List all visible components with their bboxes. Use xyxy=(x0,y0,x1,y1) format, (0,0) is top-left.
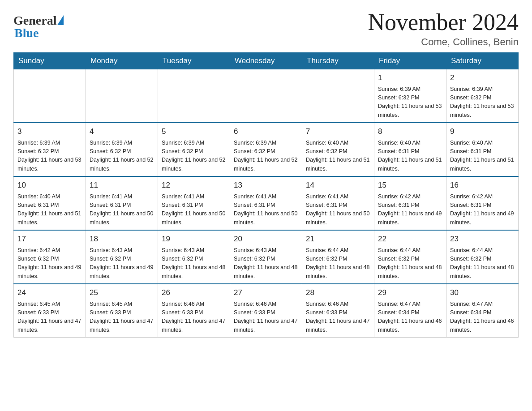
calendar-week-row: 3Sunrise: 6:39 AMSunset: 6:32 PMDaylight… xyxy=(14,123,519,176)
calendar-cell: 22Sunrise: 6:44 AMSunset: 6:32 PMDayligh… xyxy=(374,230,446,284)
day-number: 19 xyxy=(162,233,226,245)
calendar-cell: 17Sunrise: 6:42 AMSunset: 6:32 PMDayligh… xyxy=(14,230,86,284)
calendar-cell: 18Sunrise: 6:43 AMSunset: 6:32 PMDayligh… xyxy=(86,230,158,284)
day-number: 6 xyxy=(234,126,298,137)
day-info: Sunrise: 6:42 AMSunset: 6:31 PMDaylight:… xyxy=(450,193,515,227)
calendar-header-row: SundayMondayTuesdayWednesdayThursdayFrid… xyxy=(14,53,519,69)
day-info: Sunrise: 6:39 AMSunset: 6:32 PMDaylight:… xyxy=(234,139,298,174)
day-number: 28 xyxy=(306,287,370,299)
day-info: Sunrise: 6:40 AMSunset: 6:31 PMDaylight:… xyxy=(378,139,442,174)
day-info: Sunrise: 6:39 AMSunset: 6:32 PMDaylight:… xyxy=(378,85,442,120)
day-info: Sunrise: 6:41 AMSunset: 6:31 PMDaylight:… xyxy=(234,193,298,227)
calendar-cell: 1Sunrise: 6:39 AMSunset: 6:32 PMDaylight… xyxy=(374,69,446,123)
day-info: Sunrise: 6:46 AMSunset: 6:33 PMDaylight:… xyxy=(162,300,226,335)
calendar-cell: 9Sunrise: 6:40 AMSunset: 6:31 PMDaylight… xyxy=(446,123,519,176)
calendar-cell: 26Sunrise: 6:46 AMSunset: 6:33 PMDayligh… xyxy=(158,284,230,338)
column-header-sunday: Sunday xyxy=(14,53,86,69)
column-header-wednesday: Wednesday xyxy=(230,53,302,69)
calendar-table: SundayMondayTuesdayWednesdayThursdayFrid… xyxy=(13,52,519,338)
calendar-cell xyxy=(158,69,230,123)
day-info: Sunrise: 6:39 AMSunset: 6:32 PMDaylight:… xyxy=(162,139,226,174)
day-info: Sunrise: 6:39 AMSunset: 6:32 PMDaylight:… xyxy=(90,139,154,174)
calendar-cell: 10Sunrise: 6:40 AMSunset: 6:31 PMDayligh… xyxy=(14,176,86,230)
day-number: 14 xyxy=(306,180,370,191)
column-header-saturday: Saturday xyxy=(446,53,519,69)
column-header-thursday: Thursday xyxy=(302,53,374,69)
day-number: 10 xyxy=(17,180,82,191)
day-number: 5 xyxy=(162,126,226,137)
day-info: Sunrise: 6:47 AMSunset: 6:34 PMDaylight:… xyxy=(378,300,442,335)
calendar-cell: 15Sunrise: 6:42 AMSunset: 6:31 PMDayligh… xyxy=(374,176,446,230)
calendar-cell: 25Sunrise: 6:45 AMSunset: 6:33 PMDayligh… xyxy=(86,284,158,338)
page-header: General Blue November 2024 Come, Colline… xyxy=(13,9,519,48)
day-info: Sunrise: 6:45 AMSunset: 6:33 PMDaylight:… xyxy=(90,300,154,335)
day-number: 8 xyxy=(378,126,442,137)
day-number: 11 xyxy=(90,180,154,191)
day-info: Sunrise: 6:42 AMSunset: 6:32 PMDaylight:… xyxy=(17,246,82,281)
calendar-cell: 13Sunrise: 6:41 AMSunset: 6:31 PMDayligh… xyxy=(230,176,302,230)
calendar-cell: 16Sunrise: 6:42 AMSunset: 6:31 PMDayligh… xyxy=(446,176,519,230)
day-number: 26 xyxy=(162,287,226,299)
calendar-cell: 14Sunrise: 6:41 AMSunset: 6:31 PMDayligh… xyxy=(302,176,374,230)
day-number: 3 xyxy=(17,126,82,137)
day-number: 2 xyxy=(450,72,515,84)
day-info: Sunrise: 6:43 AMSunset: 6:32 PMDaylight:… xyxy=(90,246,154,281)
day-number: 24 xyxy=(17,287,82,299)
day-info: Sunrise: 6:40 AMSunset: 6:31 PMDaylight:… xyxy=(17,193,82,227)
calendar-week-row: 17Sunrise: 6:42 AMSunset: 6:32 PMDayligh… xyxy=(14,230,519,284)
logo-triangle-icon xyxy=(57,15,64,25)
day-info: Sunrise: 6:43 AMSunset: 6:32 PMDaylight:… xyxy=(234,246,298,281)
calendar-cell xyxy=(302,69,374,123)
day-number: 27 xyxy=(234,287,298,299)
day-number: 1 xyxy=(378,72,442,84)
calendar-cell: 30Sunrise: 6:47 AMSunset: 6:34 PMDayligh… xyxy=(446,284,519,338)
day-number: 23 xyxy=(450,233,515,245)
calendar-week-row: 24Sunrise: 6:45 AMSunset: 6:33 PMDayligh… xyxy=(14,284,519,338)
calendar-week-row: 10Sunrise: 6:40 AMSunset: 6:31 PMDayligh… xyxy=(14,176,519,230)
day-number: 4 xyxy=(90,126,154,137)
calendar-cell: 28Sunrise: 6:46 AMSunset: 6:33 PMDayligh… xyxy=(302,284,374,338)
day-number: 9 xyxy=(450,126,515,137)
day-number: 20 xyxy=(234,233,298,245)
day-info: Sunrise: 6:45 AMSunset: 6:33 PMDaylight:… xyxy=(17,300,82,335)
day-info: Sunrise: 6:42 AMSunset: 6:31 PMDaylight:… xyxy=(378,193,442,227)
month-title: November 2024 xyxy=(368,9,519,35)
location-subtitle: Come, Collines, Benin xyxy=(368,36,519,48)
day-info: Sunrise: 6:40 AMSunset: 6:31 PMDaylight:… xyxy=(450,139,515,174)
day-number: 16 xyxy=(450,180,515,191)
day-number: 7 xyxy=(306,126,370,137)
calendar-cell: 2Sunrise: 6:39 AMSunset: 6:32 PMDaylight… xyxy=(446,69,519,123)
calendar-cell: 8Sunrise: 6:40 AMSunset: 6:31 PMDaylight… xyxy=(374,123,446,176)
calendar-cell xyxy=(86,69,158,123)
day-number: 22 xyxy=(378,233,442,245)
day-info: Sunrise: 6:44 AMSunset: 6:32 PMDaylight:… xyxy=(378,246,442,281)
day-number: 30 xyxy=(450,287,515,299)
day-info: Sunrise: 6:39 AMSunset: 6:32 PMDaylight:… xyxy=(17,139,82,174)
calendar-week-row: 1Sunrise: 6:39 AMSunset: 6:32 PMDaylight… xyxy=(14,69,519,123)
calendar-cell: 6Sunrise: 6:39 AMSunset: 6:32 PMDaylight… xyxy=(230,123,302,176)
logo-blue-text: Blue xyxy=(14,26,39,40)
day-info: Sunrise: 6:46 AMSunset: 6:33 PMDaylight:… xyxy=(234,300,298,335)
calendar-cell: 11Sunrise: 6:41 AMSunset: 6:31 PMDayligh… xyxy=(86,176,158,230)
day-info: Sunrise: 6:46 AMSunset: 6:33 PMDaylight:… xyxy=(306,300,370,335)
column-header-tuesday: Tuesday xyxy=(158,53,230,69)
calendar-cell: 24Sunrise: 6:45 AMSunset: 6:33 PMDayligh… xyxy=(14,284,86,338)
logo: General Blue xyxy=(13,13,64,40)
calendar-cell: 19Sunrise: 6:43 AMSunset: 6:32 PMDayligh… xyxy=(158,230,230,284)
day-info: Sunrise: 6:39 AMSunset: 6:32 PMDaylight:… xyxy=(450,85,515,120)
day-info: Sunrise: 6:44 AMSunset: 6:32 PMDaylight:… xyxy=(306,246,370,281)
calendar-cell: 20Sunrise: 6:43 AMSunset: 6:32 PMDayligh… xyxy=(230,230,302,284)
day-number: 12 xyxy=(162,180,226,191)
calendar-cell xyxy=(230,69,302,123)
calendar-cell: 3Sunrise: 6:39 AMSunset: 6:32 PMDaylight… xyxy=(14,123,86,176)
calendar-cell: 23Sunrise: 6:44 AMSunset: 6:32 PMDayligh… xyxy=(446,230,519,284)
calendar-cell: 7Sunrise: 6:40 AMSunset: 6:32 PMDaylight… xyxy=(302,123,374,176)
day-info: Sunrise: 6:41 AMSunset: 6:31 PMDaylight:… xyxy=(90,193,154,227)
day-info: Sunrise: 6:44 AMSunset: 6:32 PMDaylight:… xyxy=(450,246,515,281)
day-info: Sunrise: 6:47 AMSunset: 6:34 PMDaylight:… xyxy=(450,300,515,335)
day-info: Sunrise: 6:41 AMSunset: 6:31 PMDaylight:… xyxy=(162,193,226,227)
day-number: 18 xyxy=(90,233,154,245)
day-number: 17 xyxy=(17,233,82,245)
calendar-cell: 27Sunrise: 6:46 AMSunset: 6:33 PMDayligh… xyxy=(230,284,302,338)
day-number: 21 xyxy=(306,233,370,245)
